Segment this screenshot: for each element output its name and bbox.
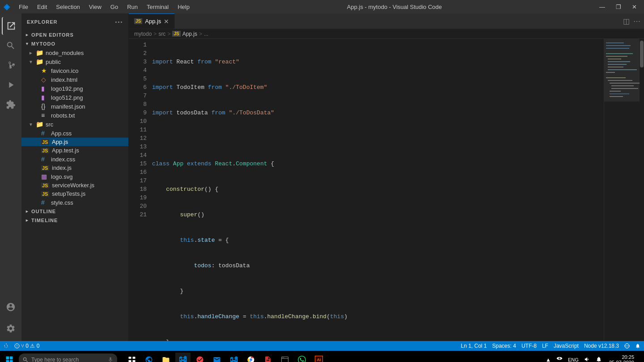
- taskbar-email[interactable]: [209, 353, 225, 362]
- svg-icon: ▩: [41, 173, 49, 180]
- svg-rect-30: [133, 357, 136, 359]
- tree-style-css[interactable]: # style.css: [21, 198, 128, 207]
- git-status[interactable]: ⑂ 0 ⚠ 0: [14, 343, 39, 349]
- menu-go[interactable]: Go: [107, 3, 122, 11]
- minimap-canvas: [604, 39, 640, 218]
- menu-view[interactable]: View: [85, 3, 105, 11]
- up-arrow-button[interactable]: ▲: [544, 355, 553, 362]
- taskbar-wps[interactable]: [260, 353, 275, 362]
- breadcrumb-src[interactable]: src: [158, 31, 165, 37]
- sidebar-title: Explorer: [27, 19, 58, 25]
- code-line-10: }: [150, 287, 604, 295]
- activity-source-control[interactable]: [2, 56, 20, 74]
- menu-file[interactable]: File: [15, 3, 32, 11]
- outline-section[interactable]: ► OUTLINE: [21, 207, 128, 216]
- start-button[interactable]: [2, 353, 17, 362]
- code-content[interactable]: import React from "react" import TodoIte…: [150, 39, 604, 341]
- svg-point-38: [284, 357, 284, 358]
- activity-run[interactable]: [2, 76, 20, 94]
- taskbar-browser2[interactable]: [277, 353, 292, 362]
- language-indicator[interactable]: ENG: [566, 355, 580, 362]
- mytodo-section[interactable]: ▼ MYTODO: [21, 39, 128, 48]
- breadcrumb-appjs[interactable]: App.js: [182, 31, 197, 37]
- bell-button[interactable]: [635, 343, 640, 349]
- menu-terminal[interactable]: Terminal: [143, 3, 172, 11]
- activity-extensions[interactable]: [2, 96, 20, 114]
- line-num: 14: [129, 151, 147, 160]
- taskbar-task-view[interactable]: [124, 353, 140, 362]
- node-version[interactable]: Node v12.18.3: [584, 343, 619, 349]
- tree-logo192[interactable]: ▮ logo192.png: [21, 84, 128, 93]
- tree-logo-svg[interactable]: ▩ logo.svg: [21, 172, 128, 181]
- menu-help[interactable]: Help: [174, 3, 193, 11]
- tree-index-js[interactable]: JS index.js: [21, 164, 128, 172]
- taskbar-vscode2[interactable]: [226, 353, 242, 362]
- src-label: src: [46, 121, 53, 128]
- png-icon: ▮: [41, 85, 49, 92]
- remote-button[interactable]: [4, 343, 9, 349]
- maximize-button[interactable]: ❐: [612, 4, 625, 10]
- system-clock[interactable]: 20:25 25-07-2020: [606, 354, 638, 362]
- tree-manifest[interactable]: {} manifest.json: [21, 102, 128, 111]
- code-editor: 1 2 3 4 5 6 7 8 9 10 11 12 13 14 15 16 1…: [129, 39, 644, 341]
- remote-indicator[interactable]: [624, 343, 630, 349]
- tree-robots[interactable]: ≡ robots.txt: [21, 111, 128, 120]
- encoding[interactable]: UTF-8: [521, 343, 537, 349]
- network-icon[interactable]: [555, 354, 564, 362]
- taskbar-file-explorer[interactable]: [158, 353, 174, 362]
- split-editor-button[interactable]: ◫: [623, 17, 630, 25]
- line-num: 11: [129, 126, 147, 134]
- minimap: [604, 39, 640, 341]
- scrollbar-thumb[interactable]: [640, 41, 644, 67]
- tree-logo512[interactable]: ▮ logo512.png: [21, 93, 128, 102]
- tree-setup-tests[interactable]: JS setupTests.js: [21, 189, 128, 198]
- sidebar: Explorer ⋯ ► OPEN EDITORS ▼ MYTODO ► 📁 n…: [21, 13, 129, 341]
- menu-edit[interactable]: Edit: [34, 3, 51, 11]
- tree-service-worker[interactable]: JS serviceWorker.js: [21, 181, 128, 189]
- notification-icon[interactable]: [594, 354, 604, 362]
- tree-index-css[interactable]: # index.css: [21, 155, 128, 164]
- svg-rect-28: [10, 360, 13, 362]
- tree-index-html[interactable]: ◇ index.html: [21, 75, 128, 84]
- vscode-taskbar-icon: [179, 355, 187, 362]
- eol[interactable]: LF: [542, 343, 548, 349]
- menu-run[interactable]: Run: [123, 3, 141, 11]
- tab-close-button[interactable]: ✕: [164, 18, 169, 25]
- svg-rect-26: [10, 357, 13, 360]
- tab-app-js[interactable]: JS App.js ✕: [129, 13, 175, 29]
- svg-rect-32: [133, 360, 136, 362]
- breadcrumb-rest[interactable]: ...: [204, 31, 208, 37]
- breadcrumb-mytodo[interactable]: mytodo: [134, 31, 152, 37]
- activity-explorer[interactable]: [2, 17, 20, 35]
- minimize-button[interactable]: —: [596, 4, 609, 10]
- volume-icon[interactable]: [582, 354, 592, 362]
- activity-search[interactable]: [2, 37, 20, 55]
- taskbar-whatsapp[interactable]: [294, 353, 309, 362]
- indentation[interactable]: Spaces: 4: [492, 343, 516, 349]
- tree-app-js[interactable]: JS App.js: [21, 138, 128, 146]
- tree-node-modules[interactable]: ► 📁 node_modules: [21, 48, 128, 57]
- language-mode[interactable]: JavaScript: [554, 343, 579, 349]
- activity-account[interactable]: [2, 298, 20, 316]
- taskbar-chrome[interactable]: [243, 353, 258, 362]
- tree-src[interactable]: ▼ 📁 src: [21, 120, 128, 129]
- sidebar-more-button[interactable]: ⋯: [114, 17, 123, 27]
- tree-app-css[interactable]: # App.css: [21, 129, 128, 138]
- taskbar-gulp[interactable]: [192, 353, 208, 362]
- taskbar-search-box[interactable]: Type here to search: [19, 354, 117, 362]
- taskbar-vscode[interactable]: [175, 353, 191, 362]
- taskbar-ai[interactable]: Ai: [311, 353, 326, 362]
- activity-settings[interactable]: [2, 320, 20, 337]
- more-actions-button[interactable]: ⋯: [633, 17, 640, 25]
- menu-selection[interactable]: Selection: [52, 3, 83, 11]
- vertical-scrollbar[interactable]: [640, 39, 644, 341]
- open-editors-section[interactable]: ► OPEN EDITORS: [21, 30, 128, 39]
- close-button[interactable]: ✕: [628, 4, 640, 10]
- cursor-position[interactable]: Ln 1, Col 1: [461, 343, 487, 349]
- index-html-label: index.html: [51, 76, 77, 83]
- tree-favicon[interactable]: ★ favicon.ico: [21, 66, 128, 75]
- tree-public[interactable]: ▼ 📁 public: [21, 57, 128, 66]
- timeline-section[interactable]: ► TIMELINE: [21, 216, 128, 225]
- taskbar-edge[interactable]: [141, 353, 157, 362]
- tree-app-test[interactable]: JS App.test.js: [21, 146, 128, 155]
